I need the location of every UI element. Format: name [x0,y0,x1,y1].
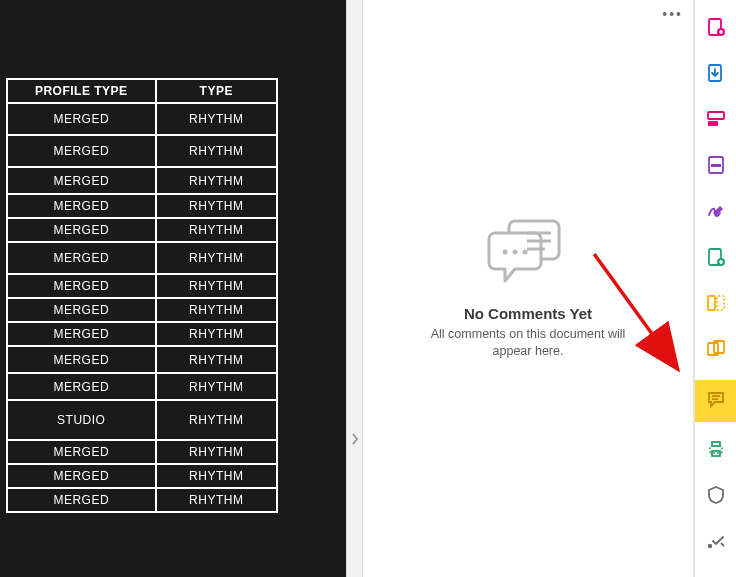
sign-icon [706,201,726,225]
compare-tool[interactable] [703,292,729,318]
edit-pdf-tool[interactable] [703,108,729,134]
cell-profile-type: Merged [7,298,156,322]
header-type: Type [156,79,278,103]
svg-rect-13 [708,121,718,126]
svg-point-27 [707,544,711,548]
tools-rail [694,0,736,577]
svg-point-4 [503,250,508,255]
cell-type: Rhythm [156,488,278,512]
table-row: MergedRhythm [7,298,277,322]
more-tools-tool[interactable] [703,530,729,556]
organize-icon [706,247,726,271]
expand-chevron-icon[interactable] [350,430,360,448]
cell-type: Rhythm [156,194,278,218]
svg-rect-12 [708,112,724,119]
panel-options-button[interactable]: ••• [662,6,683,22]
create-pdf-tool[interactable] [703,16,729,42]
cell-profile-type: Merged [7,167,156,194]
cell-profile-type: Merged [7,346,156,373]
table-row: MergedRhythm [7,488,277,512]
table-row: StudioRhythm [7,400,277,440]
cell-type: Rhythm [156,103,278,135]
empty-subtitle: All comments on this document will appea… [431,326,626,360]
svg-rect-18 [708,296,715,310]
table-row: MergedRhythm [7,373,277,400]
table-row: MergedRhythm [7,135,277,167]
cell-type: Rhythm [156,274,278,298]
print-tool[interactable] [703,438,729,464]
cell-type: Rhythm [156,440,278,464]
compare-icon [706,293,726,317]
comments-empty-icon [485,215,571,287]
comments-panel: ••• No Comments Yet All comments on this… [363,0,694,577]
svg-rect-15 [711,164,721,167]
protect-tool[interactable] [703,484,729,510]
cell-profile-type: Merged [7,488,156,512]
cell-type: Rhythm [156,346,278,373]
cell-profile-type: Merged [7,373,156,400]
svg-rect-19 [717,296,724,310]
comment-icon [706,389,726,413]
cell-type: Rhythm [156,298,278,322]
create-pdf-icon [706,17,726,41]
svg-point-6 [523,250,528,255]
cell-type: Rhythm [156,464,278,488]
empty-title: No Comments Yet [464,305,592,322]
cell-profile-type: Merged [7,440,156,464]
svg-rect-25 [712,442,720,446]
cell-type: Rhythm [156,400,278,440]
combine-tool[interactable] [703,338,729,364]
redact-icon [706,155,726,179]
pdf-page: Profile Type Type MergedRhythmMergedRhyt… [0,0,346,577]
table-row: MergedRhythm [7,440,277,464]
edit-pdf-icon [706,109,726,133]
export-pdf-icon [706,63,726,87]
cell-profile-type: Merged [7,242,156,274]
redact-tool[interactable] [703,154,729,180]
cell-profile-type: Merged [7,464,156,488]
cell-type: Rhythm [156,373,278,400]
cell-profile-type: Merged [7,135,156,167]
protect-icon [706,485,726,509]
cell-profile-type: Studio [7,400,156,440]
cell-profile-type: Merged [7,194,156,218]
cell-profile-type: Merged [7,103,156,135]
print-icon [706,439,726,463]
more-tools-icon [706,531,726,555]
cell-profile-type: Merged [7,274,156,298]
cell-type: Rhythm [156,322,278,346]
header-profile-type: Profile Type [7,79,156,103]
export-pdf-tool[interactable] [703,62,729,88]
cell-type: Rhythm [156,242,278,274]
combine-icon [706,339,726,363]
table-row: MergedRhythm [7,242,277,274]
table-row: MergedRhythm [7,274,277,298]
table-row: MergedRhythm [7,194,277,218]
cell-profile-type: Merged [7,322,156,346]
sign-tool[interactable] [703,200,729,226]
cell-type: Rhythm [156,167,278,194]
table-row: MergedRhythm [7,464,277,488]
table-row: MergedRhythm [7,346,277,373]
svg-point-5 [513,250,518,255]
table-row: MergedRhythm [7,167,277,194]
panel-collapse-strip[interactable] [346,0,363,577]
table-row: MergedRhythm [7,103,277,135]
table-row: MergedRhythm [7,322,277,346]
cell-profile-type: Merged [7,218,156,242]
profile-table: Profile Type Type MergedRhythmMergedRhyt… [6,78,278,513]
comment-tool[interactable] [695,380,737,422]
organize-tool[interactable] [703,246,729,272]
cell-type: Rhythm [156,218,278,242]
cell-type: Rhythm [156,135,278,167]
table-row: MergedRhythm [7,218,277,242]
